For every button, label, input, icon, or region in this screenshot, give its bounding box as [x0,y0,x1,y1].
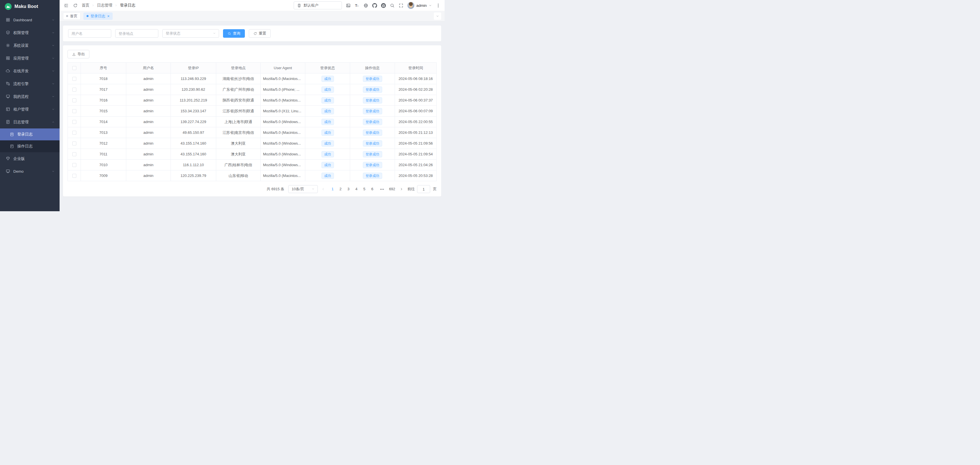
cloud-icon [6,68,11,73]
cell-username: admin [126,95,171,106]
row-checkbox[interactable] [72,87,76,92]
watermark-icon[interactable] [345,3,351,8]
row-checkbox[interactable] [72,174,76,178]
row-checkbox[interactable] [72,163,76,167]
page-button-5[interactable]: 5 [360,185,368,193]
sidebar-item-permission[interactable]: 权限管理 [0,26,60,39]
status-badge: 成功 [321,130,334,136]
row-checkbox[interactable] [72,109,76,113]
goto-page-input[interactable] [417,185,430,193]
cell-login-time: 2024-05-06 00:37:37 [395,95,437,106]
cell-login-status: 成功 [305,95,350,106]
language-globe-icon[interactable] [363,3,368,8]
login-status-select[interactable]: 登录状态 [162,29,219,38]
search-button-label: 查询 [233,31,240,36]
sidebar-item-label: Demo [13,169,49,173]
page-last[interactable]: 692 [388,185,396,193]
sidebar-subitem-label: 操作日志 [17,144,33,149]
sidebar-item-dashboard[interactable]: Dashboard [0,14,60,26]
workflow-icon [6,81,11,86]
next-page-button[interactable] [398,185,405,193]
page-button-3[interactable]: 3 [344,185,352,193]
page-button-4[interactable]: 4 [352,185,360,193]
tabs-dropdown-icon[interactable] [434,13,441,20]
row-checkbox[interactable] [72,131,76,135]
cell-login-status: 成功 [305,116,350,127]
sidebar-item-workflow[interactable]: 流程引擎 [0,78,60,90]
sidebar-item-enterprise[interactable]: 企业版 [0,152,60,165]
sidebar-subitem-operation-log[interactable]: 操作日志 [0,140,60,152]
cell-login-time: 2024-05-06 02:20:28 [395,84,437,95]
cell-login-time: 2024-05-06 00:07:09 [395,106,437,116]
prev-page-button[interactable] [320,185,326,193]
tabbar: 首页 登录日志 × [60,11,445,22]
demo-icon [6,169,11,174]
enterprise-icon [6,156,11,161]
sidebar-item-system[interactable]: 系统设置 [0,39,60,52]
cell-user-agent: Mozilla/5.0 (iPhone; ... [261,84,305,95]
search-panel: 登录状态 查询 重置 [63,25,441,41]
sidebar-subitem-login-log[interactable]: 登录日志 [0,129,60,140]
cell-login-status: 成功 [305,73,350,84]
chevron-down-icon [213,32,216,35]
log-icon [6,120,11,124]
row-checkbox[interactable] [72,120,76,124]
page-button-2[interactable]: 2 [337,185,344,193]
settings-kebab-icon[interactable] [436,3,441,8]
cell-user-agent: Mozilla/5.0 (Windows... [261,138,305,149]
github-icon[interactable] [372,3,377,8]
sidebar-item-demo[interactable]: Demo [0,165,60,178]
breadcrumb-home[interactable]: 首页 [82,3,89,8]
table-row: 7018admin113.246.93.229湖南省|长沙市|电信Mozilla… [68,73,437,84]
export-button[interactable]: 导出 [68,50,89,59]
main-area: 首页 日志管理 登录日志 默认租户 Tt [60,0,445,211]
cell-login-ip: 113.201.252.219 [171,95,216,106]
operation-badge: 登录成功 [363,76,382,82]
page-button-1[interactable]: 1 [329,185,337,193]
sidebar-item-tenant[interactable]: 租户管理 [0,103,60,116]
page-size-select[interactable]: 10条/页 [288,185,318,193]
reset-button[interactable]: 重置 [249,29,270,38]
cell-login-location: 广东省|广州市|移动 [216,84,261,95]
gitee-icon[interactable] [381,3,386,8]
cell-select [68,84,81,95]
global-search-icon[interactable] [390,3,395,8]
refresh-icon[interactable] [73,3,78,8]
font-size-icon[interactable]: Tt [355,3,360,8]
cell-operation: 登录成功 [350,73,395,84]
menu-fold-icon[interactable] [64,3,68,8]
login-location-input[interactable] [115,29,158,38]
cell-select [68,127,81,138]
chevron-down-icon [52,31,55,35]
row-checkbox[interactable] [72,98,76,102]
tenant-select[interactable]: 默认租户 [294,2,342,10]
sidebar-item-online-dev[interactable]: 在线开发 [0,65,60,78]
table-row: 7014admin139.227.74.229上海|上海市|联通Mozilla/… [68,116,437,127]
search-button[interactable]: 查询 [223,29,245,38]
cell-select [68,138,81,149]
tab-label: 登录日志 [91,14,105,19]
breadcrumb-log-management[interactable]: 日志管理 [97,3,112,8]
tab-close-icon[interactable]: × [107,14,110,18]
sidebar-item-log[interactable]: 日志管理 [0,116,60,129]
username-input[interactable] [68,29,111,38]
user-menu[interactable]: admin [407,2,432,9]
row-checkbox[interactable] [72,141,76,146]
table-row: 7011admin43.155.174.160澳大利亚Mozilla/5.0 (… [68,149,437,160]
sidebar-item-my-flow[interactable]: 我的流程 [0,90,60,103]
select-all-checkbox[interactable] [72,66,76,70]
cell-user-agent: Mozilla/5.0 (Windows... [261,160,305,170]
page-button-6[interactable]: 6 [368,185,376,193]
tab-login-log[interactable]: 登录日志 × [83,13,113,20]
fullscreen-icon[interactable] [398,3,404,8]
brand[interactable]: Maku Boot [0,0,60,13]
row-checkbox[interactable] [72,152,76,156]
cell-login-time: 2024-05-05 22:00:55 [395,116,437,127]
pages-ellipsis[interactable]: ••• [379,187,386,191]
status-badge: 成功 [321,108,334,114]
sidebar-item-label: 租户管理 [13,107,49,112]
table-row: 7017admin120.230.90.62广东省|广州市|移动Mozilla/… [68,84,437,95]
row-checkbox[interactable] [72,77,76,81]
tab-home[interactable]: 首页 [63,13,81,20]
sidebar-item-app[interactable]: 应用管理 [0,52,60,65]
